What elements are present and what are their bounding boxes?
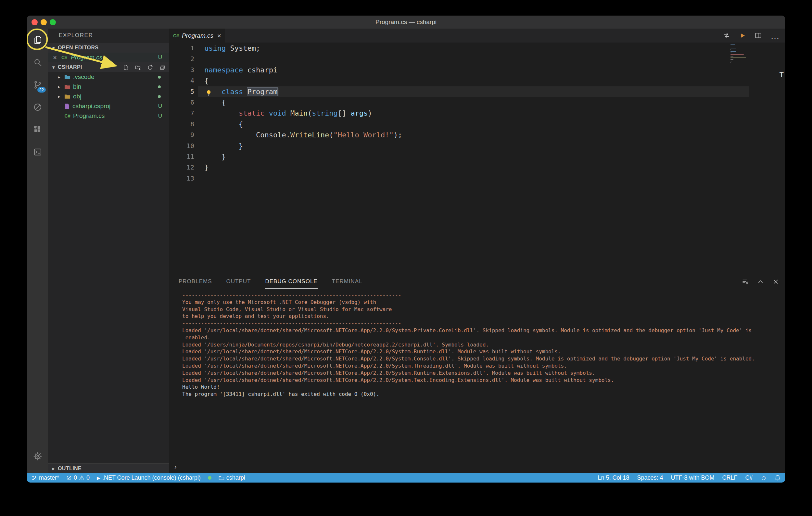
window-controls	[27, 19, 56, 25]
new-file-icon[interactable]	[123, 65, 128, 70]
activity-bar: 22	[27, 29, 48, 473]
project-section-header[interactable]: ▾ CSHARPI	[48, 62, 169, 72]
activity-bar-terminal[interactable]	[27, 141, 48, 163]
chevron-up-icon[interactable]	[757, 278, 764, 285]
open-editor-item[interactable]: × C# Program.cs U	[48, 53, 169, 62]
git-status-badge: U	[158, 54, 162, 61]
code-line-3[interactable]: 3namespace csharpi	[169, 65, 749, 75]
code-line-5[interactable]: 5 class Program	[169, 86, 749, 97]
collapse-all-icon[interactable]	[160, 65, 165, 70]
open-changes-icon[interactable]	[723, 32, 730, 39]
activity-bar-settings[interactable]	[27, 445, 48, 467]
minimap[interactable]	[730, 44, 753, 66]
code-line-11[interactable]: 11 }	[169, 151, 749, 162]
editor-group: C# Program.cs × … 1using System;23namesp…	[169, 29, 785, 473]
tab-problems[interactable]: PROBLEMS	[179, 274, 212, 289]
debug-console-output[interactable]: ----------------------------------------…	[169, 289, 785, 473]
git-branch-icon	[31, 475, 37, 481]
line-number: 2	[169, 54, 194, 64]
debug-icon	[33, 102, 42, 112]
cursor-position-status[interactable]: Ln 5, Col 18	[598, 475, 629, 481]
launch-config-label: .NET Core Launch (console) (csharpi)	[102, 475, 201, 481]
code-text: {	[194, 119, 243, 129]
chevron-down-icon: ▾	[51, 65, 57, 70]
folder-icon	[219, 476, 225, 481]
eol-status[interactable]: CRLF	[722, 475, 737, 481]
close-tab-icon[interactable]: ×	[217, 32, 221, 40]
tree-item-label: obj	[73, 93, 81, 100]
console-line: Loaded '/usr/local/share/dotnet/shared/M…	[182, 362, 782, 369]
activity-bar-extensions[interactable]	[27, 118, 48, 141]
code-line-10[interactable]: 10 }	[169, 141, 749, 151]
code-line-4[interactable]: 4{	[169, 75, 749, 86]
run-code-icon[interactable]	[739, 32, 746, 39]
close-icon[interactable]: ×	[52, 54, 58, 61]
tree-item-program-cs[interactable]: C# Program.cs U	[48, 111, 169, 121]
tree-item-label: csharpi.csproj	[72, 102, 110, 110]
code-line-8[interactable]: 8 {	[169, 119, 749, 129]
tab-output[interactable]: OUTPUT	[226, 274, 251, 289]
status-green-dot	[208, 476, 211, 480]
title-bar[interactable]: Program.cs — csharpi	[27, 16, 785, 29]
lightbulb-icon[interactable]	[206, 88, 212, 99]
line-number: 4	[169, 75, 194, 86]
console-line: Loaded '/usr/local/share/dotnet/shared/M…	[182, 377, 782, 384]
clear-console-icon[interactable]	[742, 278, 749, 285]
bell-icon[interactable]	[775, 475, 781, 481]
tree-item-csproj[interactable]: csharpi.csproj U	[48, 101, 169, 111]
zoom-window-button[interactable]	[50, 19, 56, 25]
git-branch-status[interactable]: master*	[31, 475, 59, 481]
close-window-button[interactable]	[31, 19, 38, 25]
code-editor[interactable]: 1using System;23namespace csharpi4{5 cla…	[169, 42, 785, 274]
encoding-status[interactable]: UTF-8 with BOM	[671, 475, 715, 481]
tab-debug-console[interactable]: DEBUG CONSOLE	[265, 274, 317, 289]
debug-launch-status[interactable]: ▶ .NET Core Launch (console) (csharpi)	[97, 475, 201, 481]
minimize-window-button[interactable]	[40, 19, 47, 25]
tab-program-cs[interactable]: C# Program.cs ×	[169, 29, 225, 42]
problems-status[interactable]: 0 ⚠ 0	[66, 475, 90, 481]
code-text: namespace csharpi	[194, 65, 278, 75]
code-line-13[interactable]: 13	[169, 173, 749, 184]
tab-terminal[interactable]: TERMINAL	[332, 274, 362, 289]
code-line-12[interactable]: 12}	[169, 162, 749, 173]
close-panel-icon[interactable]	[772, 278, 779, 285]
tree-item-vscode[interactable]: ▸ .vscode	[48, 72, 169, 82]
gear-icon	[33, 451, 42, 461]
language-mode-status[interactable]: C#	[746, 475, 753, 481]
refresh-icon[interactable]	[147, 65, 153, 70]
code-line-7[interactable]: 7 static void Main(string[] args)	[169, 108, 749, 119]
activity-bar-explorer[interactable]	[27, 29, 48, 51]
workspace-folder-status[interactable]: csharpi	[219, 475, 245, 481]
code-line-1[interactable]: 1using System;	[169, 43, 749, 54]
split-editor-icon[interactable]	[755, 32, 762, 39]
open-editors-header[interactable]: ▾ OPEN EDITORS	[48, 43, 169, 53]
code-line-2[interactable]: 2	[169, 54, 749, 64]
tree-item-label: .vscode	[73, 73, 94, 81]
line-number: 12	[169, 162, 194, 173]
git-status-dot	[158, 75, 161, 79]
search-icon	[33, 58, 42, 67]
window-title: Program.cs — csharpi	[27, 19, 785, 26]
tree-item-label: Program.cs	[73, 112, 105, 120]
new-folder-icon[interactable]	[135, 65, 141, 70]
outline-label: OUTLINE	[58, 466, 82, 472]
activity-bar-search[interactable]	[27, 51, 48, 73]
activity-bar-source-control[interactable]: 22	[27, 73, 48, 96]
line-number: 13	[169, 173, 194, 184]
outline-section-header[interactable]: ▸ OUTLINE	[48, 463, 169, 473]
activity-bar-debug[interactable]	[27, 96, 48, 118]
console-line: ----------------------------------------…	[182, 292, 782, 299]
tree-item-bin[interactable]: ▸ bin	[48, 82, 169, 92]
git-status-badge: U	[158, 113, 162, 119]
terminal-icon	[33, 147, 42, 157]
code-text: using System;	[194, 43, 260, 54]
tree-item-obj[interactable]: ▸ obj	[48, 92, 169, 101]
indentation-status[interactable]: Spaces: 4	[637, 475, 663, 481]
console-line: Loaded '/usr/local/share/dotnet/shared/M…	[182, 348, 782, 355]
smiley-icon[interactable]: ☺	[761, 475, 767, 481]
folder-icon	[64, 94, 70, 99]
code-line-6[interactable]: 6 {	[169, 97, 749, 108]
line-number: 5	[169, 86, 194, 97]
more-actions-icon[interactable]: …	[771, 34, 780, 37]
code-line-9[interactable]: 9 Console.WriteLine("Hello World!");	[169, 129, 749, 140]
